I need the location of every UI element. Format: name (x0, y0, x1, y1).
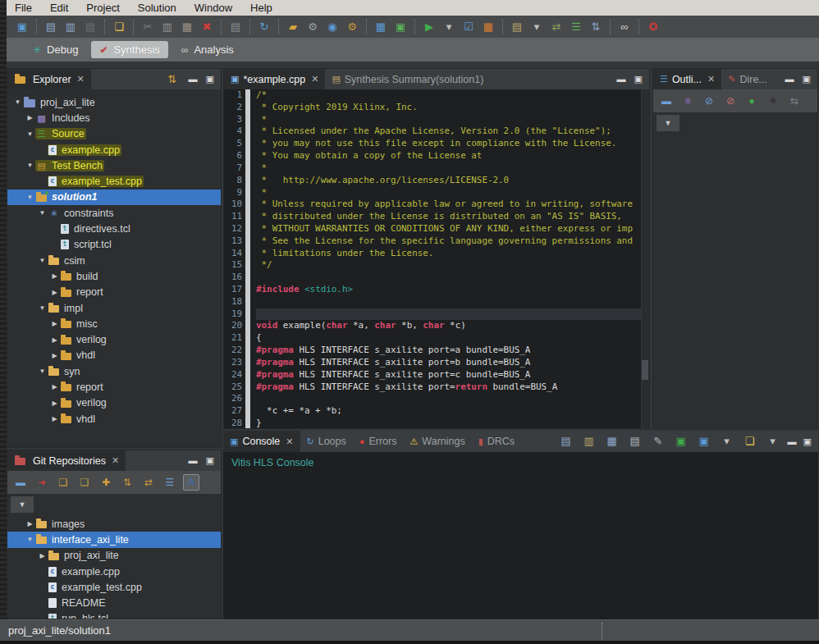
menu-item-window[interactable]: Window (194, 2, 232, 14)
sort-icon[interactable]: ≡ (679, 93, 696, 109)
open-project-icon[interactable]: ▰ (285, 19, 301, 35)
menu-item-edit[interactable]: Edit (50, 2, 68, 14)
tab--example-cpp[interactable]: ▣*example.cpp✕ (224, 69, 325, 89)
tab-outli-[interactable]: ☰Outli...✕ (653, 69, 721, 89)
scroll-on-output-icon[interactable]: ▣ (673, 433, 689, 450)
package-solution-icon[interactable]: ⚙ (344, 19, 360, 35)
tree-item-example-test-cpp[interactable]: cexample_test.cpp (7, 579, 221, 595)
tab-errors[interactable]: ●Errors (353, 431, 404, 452)
tree-item-directives-tcl[interactable]: tdirectives.tcl (7, 221, 221, 236)
tree-item-build[interactable]: ▶build (7, 268, 221, 284)
run-dropdown-icon[interactable]: ▾ (441, 19, 457, 35)
refresh-icon[interactable]: ⇅ (164, 71, 181, 88)
show-static-icon[interactable]: ✳ (765, 93, 781, 109)
maximize-icon[interactable]: ▣ (803, 437, 812, 446)
schedule-viewer-icon[interactable]: ⇅ (588, 19, 604, 35)
code-editor[interactable]: 1/*2 * Copyright 2019 Xilinx, Inc.3 *4 *… (224, 89, 649, 428)
collapse-arrow-icon[interactable]: ▼ (25, 194, 35, 201)
report-dropdown-icon[interactable]: ▾ (528, 19, 545, 35)
collapse-arrow-icon[interactable]: ▼ (12, 98, 23, 106)
display-selected-console-icon[interactable]: ▣ (696, 433, 712, 450)
expand-arrow-icon[interactable]: ▶ (25, 520, 35, 528)
link-with-editor-icon[interactable]: ⇆ (786, 93, 803, 109)
cut-icon[interactable]: ✂ (140, 19, 156, 35)
hide-static-members-icon[interactable]: ⊘ (722, 93, 739, 109)
collapse-arrow-icon[interactable]: ▼ (25, 536, 35, 543)
tree-item-includes[interactable]: ▶▩Includes (7, 110, 221, 126)
expand-arrow-icon[interactable]: ▶ (49, 272, 60, 280)
tab-dire-[interactable]: ✎Dire... (721, 69, 774, 89)
index-c-source-icon[interactable]: ▦ (373, 19, 389, 35)
table-grid-icon[interactable]: ▦ (480, 19, 496, 35)
show-public-icon[interactable]: ● (744, 93, 760, 109)
paste-icon[interactable]: ▦ (179, 19, 195, 35)
tree-item-example-test-cpp[interactable]: cexample_test.cpp (7, 173, 221, 189)
copy-console-icon[interactable]: ▦ (604, 433, 620, 450)
tree-item-images[interactable]: ▶images (7, 516, 221, 532)
create-repository-icon[interactable]: ❏ (76, 474, 93, 491)
tree-item-solution1[interactable]: ▼solution1 (7, 190, 221, 205)
new-session-icon[interactable]: ▣ (14, 19, 30, 35)
close-icon[interactable]: ✕ (77, 74, 85, 84)
show-build-console-icon[interactable]: ▥ (581, 433, 597, 450)
collapse-all-icon[interactable]: ▬ (12, 474, 29, 491)
collapse-arrow-icon[interactable]: ▼ (37, 209, 48, 217)
overview-ruler-thumb[interactable] (642, 360, 648, 380)
tree-item-verilog[interactable]: ▶verilog (7, 331, 221, 347)
tree-item-test-bench[interactable]: ▼▤Test Bench (7, 158, 221, 173)
tree-item-csim[interactable]: ▼csim (7, 253, 221, 268)
new-file-icon[interactable]: ❏ (111, 19, 127, 35)
menu-item-project[interactable]: Project (86, 2, 119, 14)
maximize-icon[interactable]: ▣ (803, 75, 811, 84)
tree-item-readme[interactable]: README (7, 595, 221, 610)
console-body[interactable]: Vitis HLS Console (223, 452, 818, 619)
perspective-debug[interactable]: ✳Debug (25, 41, 86, 58)
pull-icon[interactable]: ⇅ (119, 474, 135, 491)
close-icon[interactable]: ✕ (112, 455, 119, 466)
tree-item-proj-axi-lite[interactable]: ▶proj_axi_lite (7, 548, 221, 564)
tree-item-report[interactable]: ▶report (7, 379, 221, 395)
tree-item-interface-axi-lite[interactable]: ▼interface_axi_lite (7, 532, 221, 547)
tree-item-proj-axi-lite[interactable]: ▼proj_axi_lite (7, 94, 221, 110)
tree-item-constraints[interactable]: ▼✳constraints (7, 205, 221, 221)
maximize-icon[interactable]: ▣ (206, 75, 214, 84)
git-view-menu-button[interactable]: ▼ (11, 496, 34, 513)
feedback-bubble-icon[interactable]: ✪ (645, 19, 661, 35)
expand-arrow-icon[interactable]: ▶ (49, 415, 60, 422)
minimize-icon[interactable]: ▬ (788, 437, 797, 446)
expand-arrow-icon[interactable]: ▶ (49, 289, 60, 296)
save-as-icon[interactable]: ▤ (82, 19, 98, 35)
perspective-analysis[interactable]: ∞Analysis (173, 41, 242, 58)
push-fetch-icon[interactable]: ⇄ (140, 474, 157, 491)
compare-reports-icon[interactable]: ⇄ (548, 19, 565, 35)
overview-ruler[interactable] (641, 89, 649, 428)
csim-dialog-icon[interactable]: ☑ (460, 19, 477, 35)
maximize-icon[interactable]: ▣ (634, 75, 643, 84)
open-report-icon[interactable]: ▣ (392, 19, 409, 35)
tree-item-vhdl[interactable]: ▶vhdl (7, 348, 221, 363)
tree-item-example-cpp[interactable]: cexample.cpp (7, 564, 221, 579)
show-console-output-icon[interactable]: ▤ (558, 433, 574, 450)
open-report-doc-icon[interactable]: ▤ (509, 19, 525, 35)
tree-item-run-hls-tcl[interactable]: trun_hls.tcl (7, 611, 221, 619)
minimize-icon[interactable]: ▬ (617, 75, 626, 84)
tree-item-example-cpp[interactable]: cexample.cpp (7, 142, 221, 158)
delete-icon[interactable]: ✖ (199, 19, 215, 35)
close-icon[interactable]: ✕ (707, 74, 715, 84)
branch-name-toggle-icon[interactable]: A (183, 474, 199, 491)
menu-item-solution[interactable]: Solution (138, 2, 176, 14)
tree-item-misc[interactable]: ▶misc (7, 316, 221, 331)
tree-item-vhdl[interactable]: ▶vhdl (7, 411, 221, 427)
save-icon[interactable]: ▤ (43, 19, 59, 35)
expand-arrow-icon[interactable]: ▶ (49, 320, 60, 327)
add-repository-icon[interactable]: ➜ (34, 474, 50, 491)
expand-arrow-icon[interactable]: ▶ (37, 552, 48, 560)
collapse-arrow-icon[interactable]: ▼ (37, 257, 48, 264)
status-bar-divider[interactable] (602, 623, 602, 639)
tree-item-syn[interactable]: ▼syn (7, 363, 221, 379)
expand-arrow-icon[interactable]: ▶ (49, 400, 60, 407)
add-existing-icon[interactable]: ✚ (98, 474, 114, 491)
hierarchy-layout-icon[interactable]: ☰ (162, 474, 178, 491)
tab-warnings[interactable]: ⚠Warnings (403, 431, 471, 452)
console-dropdown-icon[interactable]: ▾ (719, 433, 735, 450)
